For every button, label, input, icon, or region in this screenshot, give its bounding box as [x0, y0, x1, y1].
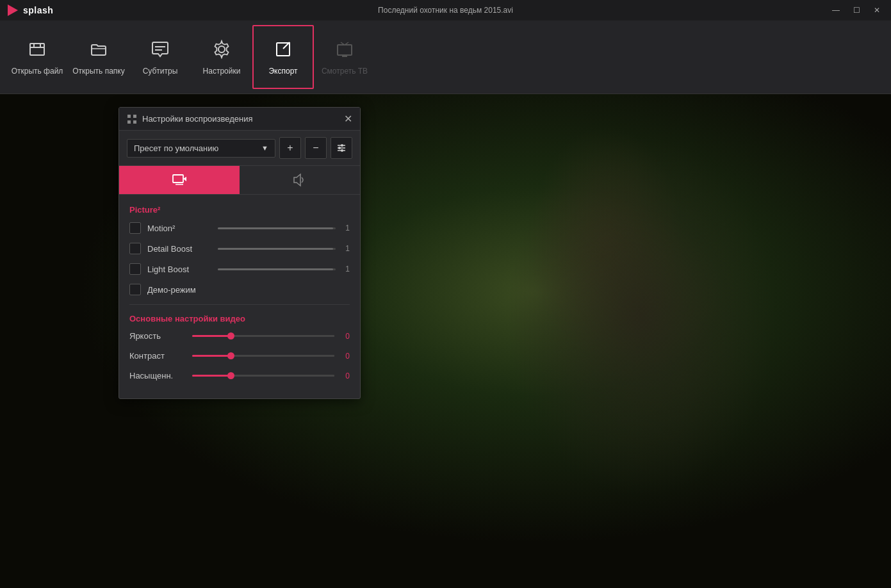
dialog-content: Picture² Motion² 1 Detail Boost — [119, 195, 360, 398]
settings-dialog: Настройки воспроизведения ✕ Пресет по ум… — [119, 107, 361, 399]
svg-marker-0 — [8, 4, 18, 16]
motion-slider-container: 1 — [218, 224, 350, 233]
demo-label: Демо-режим — [147, 285, 211, 295]
svg-rect-22 — [173, 175, 183, 183]
contrast-row: Контраст 0 — [129, 351, 350, 361]
export-icon — [274, 40, 293, 61]
brightness-label: Яркость — [129, 331, 186, 341]
dialog-title-text: Настройки воспроизведения — [142, 114, 253, 124]
light-boost-value: 1 — [341, 265, 350, 274]
export-label: Экспорт — [268, 67, 297, 76]
preset-adjust-button[interactable] — [331, 137, 352, 159]
setting-row-demo: Демо-режим — [129, 284, 350, 295]
contrast-value: 0 — [341, 352, 350, 361]
svg-marker-25 — [294, 174, 300, 186]
detail-boost-slider[interactable] — [218, 248, 336, 250]
watch-tv-label: Смотреть ТВ — [322, 67, 368, 76]
preset-add-button[interactable]: + — [279, 137, 301, 159]
toolbar-open-folder[interactable]: Открыть папку — [68, 25, 129, 89]
saturation-label: Насыщенн. — [129, 371, 186, 380]
setting-row-light-boost: Light Boost 1 — [129, 263, 350, 275]
motion-value: 1 — [341, 224, 350, 233]
preset-select-text: Пресет по умолчанию — [134, 143, 218, 153]
tab-audio[interactable] — [240, 166, 360, 194]
brightness-slider[interactable] — [192, 335, 334, 337]
brightness-value: 0 — [341, 332, 350, 341]
titlebar-controls: — ☐ ✕ — [827, 3, 886, 17]
svg-rect-13 — [133, 115, 136, 118]
app-logo-icon — [5, 3, 19, 17]
picture-section-title: Picture² — [129, 205, 350, 215]
tab-video[interactable] — [119, 166, 240, 194]
contrast-label: Контраст — [129, 351, 186, 361]
preset-row: Пресет по умолчанию ▼ + − — [119, 131, 360, 166]
titlebar-left: splash — [5, 3, 53, 17]
setting-row-detail-boost: Detail Boost 1 — [129, 243, 350, 254]
audio-tab-icon — [293, 173, 307, 187]
app-name: splash — [23, 5, 53, 15]
subtitles-icon — [151, 40, 170, 61]
motion-checkbox[interactable] — [129, 222, 141, 234]
svg-rect-12 — [127, 115, 131, 118]
toolbar-settings[interactable]: Настройки — [191, 25, 252, 89]
motion-slider[interactable] — [218, 227, 336, 229]
settings-label: Настройки — [203, 67, 241, 76]
preset-select[interactable]: Пресет по умолчанию ▼ — [127, 139, 275, 158]
svg-rect-14 — [127, 120, 131, 124]
contrast-slider[interactable] — [192, 355, 334, 357]
watch-tv-icon — [335, 40, 354, 61]
section-divider — [129, 304, 350, 305]
svg-point-20 — [338, 147, 341, 149]
video-tab-icon — [172, 173, 186, 187]
toolbar-subtitles[interactable]: Субтитры — [129, 25, 191, 89]
light-boost-label: Light Boost — [147, 265, 211, 274]
settings-icon — [212, 40, 231, 61]
svg-point-21 — [341, 149, 343, 152]
motion-label: Motion² — [147, 224, 211, 233]
setting-row-motion: Motion² 1 — [129, 222, 350, 234]
saturation-row: Насыщенн. 0 — [129, 371, 350, 380]
open-file-icon — [28, 40, 47, 61]
maximize-button[interactable]: ☐ — [847, 3, 865, 17]
open-folder-label: Открыть папку — [72, 67, 125, 76]
preset-remove-button[interactable]: − — [305, 137, 327, 159]
dialog-title-area: Настройки воспроизведения — [127, 114, 253, 124]
saturation-value: 0 — [341, 372, 350, 380]
close-button[interactable]: ✕ — [868, 3, 886, 17]
dialog-close-button[interactable]: ✕ — [344, 114, 352, 124]
toolbar: Открыть файл Открыть папку Субтитры — [0, 20, 891, 94]
video-section-title: Основные настройки видео — [129, 314, 350, 323]
svg-rect-1 — [30, 44, 44, 55]
main-area: Настройки воспроизведения ✕ Пресет по ум… — [0, 94, 891, 588]
toolbar-open-file[interactable]: Открыть файл — [6, 25, 68, 89]
saturation-slider[interactable] — [192, 375, 334, 377]
svg-point-6 — [218, 46, 225, 53]
open-file-label: Открыть файл — [12, 67, 63, 76]
toolbar-export[interactable]: Экспорт — [252, 25, 314, 89]
adjust-icon — [336, 143, 347, 153]
light-boost-checkbox[interactable] — [129, 263, 141, 275]
detail-boost-checkbox[interactable] — [129, 243, 141, 254]
titlebar: splash Последний охотник на ведьм 2015.a… — [0, 0, 891, 20]
light-boost-slider-container: 1 — [218, 265, 350, 274]
tab-row — [119, 166, 360, 195]
brightness-row: Яркость 0 — [129, 331, 350, 341]
light-boost-slider[interactable] — [218, 268, 336, 270]
detail-boost-value: 1 — [341, 244, 350, 253]
open-folder-icon — [89, 40, 108, 61]
subtitles-label: Субтитры — [143, 67, 178, 76]
svg-point-19 — [341, 144, 343, 147]
minimize-button[interactable]: — — [827, 3, 845, 17]
svg-rect-15 — [133, 120, 136, 124]
dialog-titlebar: Настройки воспроизведения ✕ — [119, 108, 360, 131]
titlebar-filename: Последний охотник на ведьм 2015.avi — [378, 6, 513, 15]
detail-boost-slider-container: 1 — [218, 244, 350, 253]
dialog-settings-icon — [127, 114, 137, 124]
svg-rect-9 — [338, 45, 352, 55]
detail-boost-label: Detail Boost — [147, 244, 211, 254]
chevron-down-icon: ▼ — [261, 144, 268, 152]
demo-checkbox[interactable] — [129, 284, 141, 295]
toolbar-watch-tv[interactable]: Смотреть ТВ — [314, 25, 375, 89]
